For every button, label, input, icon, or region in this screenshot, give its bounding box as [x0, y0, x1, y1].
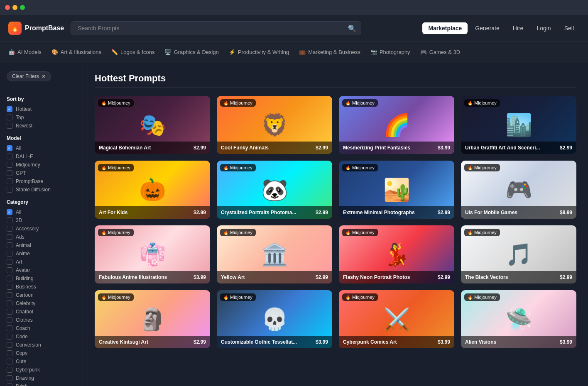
fire-icon: 🔥 — [345, 230, 350, 235]
product-card[interactable]: 🏙️ 🔥 Midjourney Urban Graffiti Art And S… — [461, 96, 576, 154]
cat-ads[interactable]: Ads — [7, 234, 76, 240]
model-label: Midjourney — [352, 295, 375, 300]
product-card[interactable]: 👘 🔥 Midjourney Fabulous Anime Illustrati… — [95, 225, 210, 283]
sort-by-label: Sort by — [7, 96, 76, 102]
cat-conversion[interactable]: Conversion — [7, 342, 76, 348]
cat-cute[interactable]: Cute — [7, 359, 76, 364]
nav-login[interactable]: Login — [531, 22, 556, 34]
model-gpt-checkbox[interactable] — [7, 170, 12, 176]
product-card[interactable]: 🎭 🔥 Midjourney Magical Bohemian Art $2.9… — [95, 96, 210, 154]
category-photography[interactable]: 📷 Photography — [370, 47, 410, 57]
cat-all-checkbox[interactable] — [7, 209, 12, 215]
main-layout: Clear Filters ✕ Sort by Hottest Top Newe… — [0, 63, 588, 386]
model-promptbase-checkbox[interactable] — [7, 178, 12, 184]
model-promptbase[interactable]: PromptBase — [7, 178, 76, 184]
product-card[interactable]: 🗿 🔥 Midjourney Creative Kintsugi Art $2.… — [95, 290, 210, 348]
nav-hire[interactable]: Hire — [507, 22, 529, 34]
product-card[interactable]: 🎮 🔥 Midjourney Uis For Mobile Games $8.9… — [461, 161, 576, 219]
category-marketing-business[interactable]: 💼 Marketing & Business — [299, 47, 360, 57]
maximize-button[interactable] — [20, 5, 25, 10]
sort-hottest-checkbox[interactable] — [7, 106, 12, 112]
cat-chatbot[interactable]: Chatbot — [7, 309, 76, 315]
sort-top-checkbox[interactable] — [7, 115, 12, 120]
product-card[interactable]: ⚔️ 🔥 Midjourney Cyberpunk Comics Art $3.… — [339, 290, 454, 348]
cat-coach[interactable]: Coach — [7, 325, 76, 331]
section-header: Hottest Prompts — [95, 73, 576, 88]
fire-icon: 🔥 — [468, 230, 473, 235]
art-icon: 🎨 — [51, 49, 58, 55]
cat-animal[interactable]: Animal — [7, 242, 76, 248]
product-card[interactable]: 🎵 🔥 Midjourney The Black Vectors $2.99 — [461, 225, 576, 283]
card-footer: Mesmerizing Print Fantasies $3.99 — [339, 142, 454, 154]
product-card[interactable]: 🏜️ 🔥 Midjourney Extreme Minimal Photogra… — [339, 161, 454, 219]
model-all[interactable]: All — [7, 145, 76, 151]
cat-avatar[interactable]: Avatar — [7, 267, 76, 273]
cat-clothes[interactable]: Clothes — [7, 317, 76, 323]
product-card[interactable]: 💀 🔥 Midjourney Customizable Gothic Tesse… — [217, 290, 332, 348]
product-title: Cyberpunk Comics Art — [343, 339, 397, 345]
model-dalle[interactable]: DALL-E — [7, 154, 76, 159]
card-footer: Magical Bohemian Art $2.99 — [95, 142, 210, 154]
cat-code[interactable]: Code — [7, 334, 76, 340]
sort-newest-checkbox[interactable] — [7, 123, 12, 129]
category-art-illustrations[interactable]: 🎨 Art & Illustrations — [51, 47, 101, 57]
model-stable-diffusion[interactable]: Stable Diffusion — [7, 187, 76, 193]
model-gpt[interactable]: GPT — [7, 170, 76, 176]
card-footer: Urban Graffiti Art And Sceneri... $2.99 — [461, 142, 576, 154]
card-footer: Yellow Art $2.99 — [217, 271, 332, 283]
nav-sell[interactable]: Sell — [559, 22, 580, 34]
model-badge: 🔥 Midjourney — [464, 99, 500, 107]
cat-3d[interactable]: 3D — [7, 217, 76, 223]
sort-top[interactable]: Top — [7, 115, 76, 120]
nav-marketplace[interactable]: Marketplace — [422, 22, 468, 34]
cat-3d-checkbox[interactable] — [7, 217, 12, 223]
minimize-button[interactable] — [12, 5, 17, 10]
product-card[interactable]: 🌈 🔥 Midjourney Mesmerizing Print Fantasi… — [339, 96, 454, 154]
close-button[interactable] — [5, 5, 10, 10]
search-bar: 🔍 — [71, 21, 361, 35]
cat-copy[interactable]: Copy — [7, 350, 76, 356]
cat-business[interactable]: Business — [7, 284, 76, 290]
model-label: Midjourney — [474, 165, 497, 170]
model-label: Midjourney — [108, 165, 130, 170]
product-card[interactable]: 💃 🔥 Midjourney Flashy Neon Portrait Phot… — [339, 225, 454, 283]
model-stable-diffusion-checkbox[interactable] — [7, 187, 12, 193]
cat-art[interactable]: Art — [7, 259, 76, 265]
product-card[interactable]: 🎃 🔥 Midjourney Art For Kids $2.99 — [95, 161, 210, 219]
sort-hottest[interactable]: Hottest — [7, 106, 76, 112]
product-card[interactable]: 🛸 🔥 Midjourney Alien Visions $3.99 — [461, 290, 576, 348]
product-card[interactable]: 🐼 🔥 Midjourney Crystalized Portraits Pho… — [217, 161, 332, 219]
model-midjourney-checkbox[interactable] — [7, 162, 12, 168]
model-midjourney[interactable]: Midjourney — [7, 162, 76, 168]
cat-drink[interactable]: Drink — [7, 384, 76, 386]
category-games-3d[interactable]: 🎮 Games & 3D — [420, 47, 460, 57]
model-badge: 🔥 Midjourney — [342, 164, 378, 171]
logo[interactable]: 🔥 PromptBase — [8, 22, 64, 35]
cat-anime[interactable]: Anime — [7, 251, 76, 257]
category-graphics-design[interactable]: 🖥️ Graphics & Design — [164, 47, 218, 57]
cat-all[interactable]: All — [7, 209, 76, 215]
search-input[interactable] — [71, 21, 361, 35]
model-label: Midjourney — [108, 230, 130, 235]
sort-newest[interactable]: Newest — [7, 123, 76, 129]
product-card[interactable]: 🏛️ 🔥 Midjourney Yellow Art $2.99 — [217, 225, 332, 283]
product-title: Mesmerizing Print Fantasies — [343, 145, 410, 151]
category-productivity-writing[interactable]: ⚡ Productivity & Writing — [229, 47, 289, 57]
cat-building[interactable]: Building — [7, 276, 76, 281]
cat-accessory[interactable]: Accessory — [7, 226, 76, 232]
games-icon: 🎮 — [420, 49, 427, 55]
model-label: Midjourney — [352, 165, 375, 170]
model-dalle-checkbox[interactable] — [7, 154, 12, 159]
category-ai-models[interactable]: 🤖 AI Models — [8, 47, 42, 57]
clear-filters-button[interactable]: Clear Filters ✕ — [7, 71, 51, 81]
cat-cyberpunk[interactable]: Cyberpunk — [7, 367, 76, 373]
cat-celebrity[interactable]: Celebrity — [7, 300, 76, 306]
product-card[interactable]: 🦁 🔥 Midjourney Cool Funky Animals $2.99 — [217, 96, 332, 154]
card-footer: Cool Funky Animals $2.99 — [217, 142, 332, 154]
model-all-checkbox[interactable] — [7, 145, 12, 151]
fire-icon: 🔥 — [345, 295, 350, 300]
cat-drawing[interactable]: Drawing — [7, 375, 76, 381]
cat-cartoon[interactable]: Cartoon — [7, 292, 76, 298]
category-logos-icons[interactable]: ✏️ Logos & Icons — [111, 47, 154, 57]
nav-generate[interactable]: Generate — [469, 22, 505, 34]
